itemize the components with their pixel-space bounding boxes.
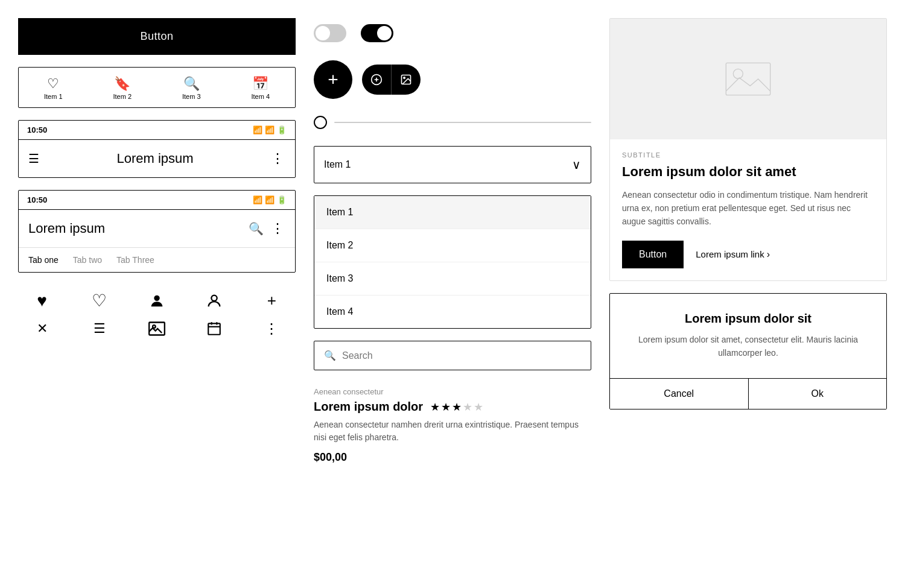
heart-filled-icon[interactable]: ♥ — [18, 291, 66, 311]
status-icons-2: 📶 📶 🔋 — [253, 195, 287, 204]
phone-tab-1[interactable]: Tab one — [28, 255, 59, 265]
toggle-on[interactable] — [361, 24, 393, 42]
icon-grid: ♥ ♡ + ✕ ☰ ⋮ — [18, 285, 296, 343]
product-title: Lorem ipsum dolor — [314, 400, 423, 414]
product-category: Aenean consectetur — [314, 387, 591, 396]
battery-icon-2: 🔋 — [277, 195, 287, 204]
battery-icon: 🔋 — [277, 125, 287, 134]
add-button[interactable]: + — [314, 60, 352, 99]
search-bar: 🔍 — [314, 341, 591, 370]
product-price: $00,00 — [314, 451, 591, 464]
image-card: SUBTITLE Lorem ipsum dolor sit amet Aene… — [609, 18, 887, 281]
card-button[interactable]: Button — [622, 241, 684, 268]
chevron-down-icon: ∨ — [572, 157, 581, 172]
round-buttons-row: + — [314, 60, 591, 99]
phone-tab-2[interactable]: Tab two — [73, 255, 102, 265]
calendar2-icon[interactable] — [191, 320, 238, 337]
svg-point-1 — [212, 295, 217, 300]
product-title-row: Lorem ipsum dolor ★ ★ ★ ★ ★ — [314, 400, 591, 414]
list-item-3[interactable]: Item 3 — [314, 262, 591, 296]
phone-title-1: Lorem ipsum — [116, 151, 193, 166]
tab-label-1: Item 1 — [44, 93, 63, 100]
star-1: ★ — [430, 400, 440, 414]
list-container: Item 1 Item 2 Item 3 Item 4 — [314, 195, 591, 329]
search-icon: 🔍 — [183, 77, 200, 90]
card-content: SUBTITLE Lorem ipsum dolor sit amet Aene… — [610, 139, 886, 280]
svg-rect-13 — [726, 63, 770, 95]
card-actions: Button Lorem ipsum link › — [622, 241, 874, 268]
split-button[interactable] — [362, 65, 421, 95]
slider-container — [314, 111, 591, 134]
more-icon-1[interactable]: ⋮ — [271, 151, 285, 166]
heart-icon: ♡ — [47, 77, 59, 90]
right-column: SUBTITLE Lorem ipsum dolor sit amet Aene… — [609, 18, 887, 469]
status-bar-2: 10:50 📶 📶 🔋 — [19, 191, 295, 210]
time-display-1: 10:50 — [27, 125, 47, 134]
plus-icon[interactable]: + — [248, 291, 296, 311]
card-description: Aenean consectetur odio in condimentum t… — [622, 188, 874, 229]
card-title: Lorem ipsum dolor sit amet — [622, 163, 874, 181]
tab-item-3[interactable]: 🔍 Item 3 — [157, 77, 226, 100]
more-icon-2[interactable]: ⋮ — [271, 221, 285, 236]
signal-icon: 📶 — [265, 125, 275, 134]
image-icon[interactable] — [133, 320, 180, 337]
dialog-title: Lorem ipsum dolor sit — [622, 312, 874, 326]
tab-label-4: Item 4 — [251, 93, 270, 100]
svg-rect-4 — [208, 323, 220, 334]
phone-tab-3[interactable]: Tab Three — [116, 255, 154, 265]
search-input[interactable] — [342, 350, 581, 361]
star-3: ★ — [452, 400, 462, 414]
signal-icon-2: 📶 — [265, 195, 275, 204]
toggle-thumb-on — [377, 26, 392, 40]
tab-item-1[interactable]: ♡ Item 1 — [19, 77, 88, 100]
phone-header-2: Lorem ipsum 🔍 ⋮ — [19, 210, 295, 247]
status-bar-1: 10:50 📶 📶 🔋 — [19, 121, 295, 140]
tab-label-2: Item 2 — [113, 93, 132, 100]
heart-outline-icon[interactable]: ♡ — [75, 291, 123, 311]
card-link[interactable]: Lorem ipsum link › — [696, 249, 770, 260]
tab-item-4[interactable]: 📅 Item 4 — [226, 77, 296, 100]
toggle-off[interactable] — [314, 24, 346, 42]
dialog-body: Lorem ipsum dolor sit Lorem ipsum dolor … — [610, 294, 886, 378]
hamburger-icon[interactable]: ☰ — [28, 151, 39, 166]
more-vertical-icon[interactable]: ⋮ — [248, 320, 296, 337]
star-4: ★ — [463, 400, 472, 414]
calendar-icon: 📅 — [252, 77, 268, 90]
status-icons-1: 📶 📶 🔋 — [253, 125, 287, 134]
middle-column: + Item 1 ∨ Item 1 — [314, 18, 591, 469]
user-filled-icon[interactable] — [133, 291, 180, 311]
phone-header-1: ☰ Lorem ipsum ⋮ — [19, 140, 295, 177]
user-outline-icon[interactable] — [191, 291, 238, 311]
svg-point-14 — [733, 69, 743, 78]
close-icon[interactable]: ✕ — [18, 320, 66, 337]
card-link-text: Lorem ipsum link — [696, 249, 764, 259]
star-5: ★ — [474, 400, 483, 414]
slider-track[interactable] — [334, 122, 591, 123]
phone-title-2: Lorem ipsum — [28, 221, 105, 236]
product-description: Aenean consectetur namhen drerit urna ex… — [314, 419, 591, 444]
product-card: Aenean consectetur Lorem ipsum dolor ★ ★… — [314, 382, 591, 469]
phone-mockup-2: 10:50 📶 📶 🔋 Lorem ipsum 🔍 ⋮ Tab one Tab … — [18, 190, 296, 273]
ok-button[interactable]: Ok — [749, 379, 887, 409]
dialog: Lorem ipsum dolor sit Lorem ipsum dolor … — [609, 293, 887, 409]
search-icon-phone[interactable]: 🔍 — [249, 221, 264, 236]
search-icon-input: 🔍 — [324, 350, 336, 361]
dropdown[interactable]: Item 1 ∨ — [314, 146, 591, 183]
svg-point-0 — [154, 295, 159, 300]
slider-thumb[interactable] — [314, 116, 327, 129]
list-item-2[interactable]: Item 2 — [314, 229, 591, 262]
image-placeholder — [610, 19, 886, 139]
list-item-1[interactable]: Item 1 — [314, 196, 591, 229]
chevron-right-icon: › — [767, 249, 770, 260]
main-grid: Button ♡ Item 1 🔖 Item 2 🔍 Item 3 📅 Item… — [18, 18, 887, 469]
primary-button[interactable]: Button — [18, 18, 296, 55]
list-item-4[interactable]: Item 4 — [314, 296, 591, 328]
tab-bar: ♡ Item 1 🔖 Item 2 🔍 Item 3 📅 Item 4 — [18, 67, 296, 108]
cancel-button[interactable]: Cancel — [610, 379, 749, 409]
toggle-thumb-off — [316, 26, 330, 40]
bookmark-icon: 🔖 — [114, 77, 130, 90]
menu-icon[interactable]: ☰ — [75, 320, 123, 337]
tab-label-3: Item 3 — [182, 93, 201, 100]
tab-item-2[interactable]: 🔖 Item 2 — [88, 77, 157, 100]
toggles-row — [314, 18, 591, 48]
